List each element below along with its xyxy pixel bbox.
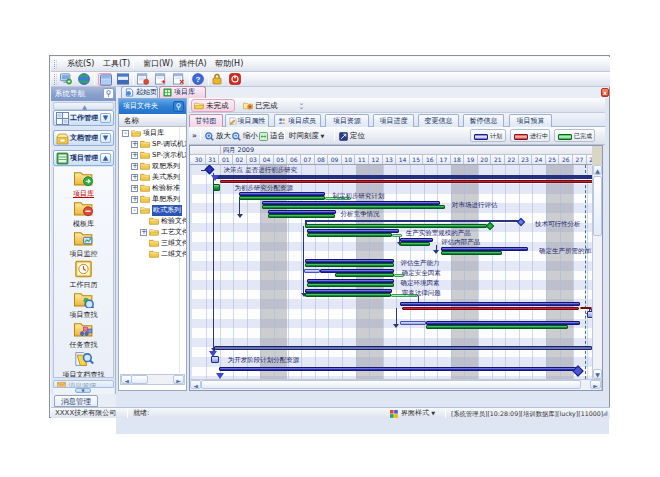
gantt-h-scrollbar[interactable]: ◄ ► bbox=[190, 379, 602, 390]
task-11-done-bar[interactable] bbox=[305, 263, 393, 267]
expand-icon[interactable]: + bbox=[131, 185, 138, 192]
menu-1[interactable]: 系统(S) bbox=[63, 57, 98, 71]
zoom-in-button[interactable]: 放大 bbox=[205, 130, 231, 142]
menu-5[interactable]: 帮助(H) bbox=[211, 57, 247, 71]
task-8-done-bar[interactable] bbox=[307, 233, 393, 237]
task-9-done-bar[interactable] bbox=[400, 242, 430, 246]
sidebar-pin-icon[interactable]: ⚲ bbox=[103, 88, 114, 99]
tree-item-11[interactable]: 三维文件 bbox=[119, 238, 186, 249]
task-15-plan-bar[interactable] bbox=[400, 302, 580, 306]
task-7-done-bar[interactable] bbox=[305, 224, 487, 228]
task-7-plan-line[interactable] bbox=[305, 220, 519, 222]
tree-item-6[interactable]: +检验标准 bbox=[119, 183, 186, 194]
chevron-down-icon[interactable]: ▼ bbox=[100, 113, 111, 123]
task-5-done-bar[interactable] bbox=[262, 205, 446, 209]
task-12-plan-light-bar[interactable] bbox=[304, 269, 320, 273]
task-2-summary-bar[interactable] bbox=[215, 175, 592, 179]
task-17-done-bar[interactable] bbox=[426, 325, 567, 329]
expand-icon[interactable]: + bbox=[131, 152, 138, 159]
form-close-button[interactable] bbox=[172, 73, 186, 86]
tree-column-header[interactable]: 名称 bbox=[119, 114, 186, 127]
tree-item-7[interactable]: +单肥系列 bbox=[119, 194, 186, 205]
chevron-down-icon[interactable]: ▼ bbox=[75, 388, 91, 393]
doc-tab-2[interactable]: 项目库 bbox=[159, 86, 206, 98]
close-icon[interactable]: x bbox=[601, 88, 609, 97]
overflow-chevron-icon[interactable]: ⌄⌄ bbox=[297, 101, 306, 110]
zoom-out-button[interactable]: 缩小 bbox=[232, 130, 258, 142]
tree-item-3[interactable]: +SP-演示机系 bbox=[119, 150, 186, 161]
menu-2[interactable]: 工具(T) bbox=[99, 57, 134, 71]
monitor-add-button[interactable] bbox=[59, 73, 73, 86]
help-button[interactable]: ? bbox=[191, 73, 205, 86]
task-3-done-box[interactable] bbox=[213, 184, 220, 191]
menu-4[interactable]: 插件(A) bbox=[175, 57, 211, 71]
gantt-v-scrollbar[interactable]: ▲ ▼ bbox=[592, 165, 602, 379]
power-button[interactable] bbox=[228, 73, 242, 86]
gantt-scroll-thumb[interactable] bbox=[201, 380, 581, 389]
gantt-tab-1[interactable]: 甘特图 bbox=[189, 114, 223, 127]
task-18-summary-line[interactable] bbox=[214, 346, 592, 350]
globe-button[interactable] bbox=[77, 73, 91, 86]
sidebar-item-5[interactable]: 项目查找 bbox=[54, 290, 113, 320]
message-panel-tab[interactable]: 消息管理 bbox=[54, 395, 98, 407]
sidebar-item-3[interactable]: 项目监控 bbox=[54, 229, 113, 259]
sidebar-item-6[interactable]: 任务查找 bbox=[54, 320, 113, 350]
tree-h-scrollbar[interactable]: ◄ ► bbox=[120, 374, 185, 385]
filter-2[interactable]: 已完成 bbox=[240, 99, 286, 112]
scroll-right-icon[interactable]: ► bbox=[173, 375, 184, 384]
zoom-fit-button[interactable]: 适合 bbox=[259, 130, 285, 142]
task-15-progress-bar[interactable] bbox=[402, 307, 579, 311]
sidebar-section-1[interactable]: 工作管理▼ bbox=[53, 110, 114, 126]
chevron-down-icon[interactable]: ▼ bbox=[100, 133, 111, 143]
menubar-grip[interactable] bbox=[54, 60, 57, 69]
folder-pin-icon[interactable]: ⚲ bbox=[173, 101, 184, 112]
ui-style-dropdown[interactable]: 界面样式 ▼ bbox=[401, 409, 435, 418]
form-export-button[interactable] bbox=[154, 73, 168, 86]
collapse-icon[interactable]: - bbox=[131, 207, 138, 214]
task-2-progress-bar[interactable] bbox=[220, 180, 593, 184]
menu-3[interactable]: 窗口(W) bbox=[139, 57, 177, 71]
gantt-tab-3[interactable]: 项目成员 bbox=[274, 114, 321, 127]
expand-icon[interactable]: + bbox=[131, 174, 138, 181]
scroll-left-icon[interactable]: ◄ bbox=[190, 380, 201, 389]
sidebar-section-3[interactable]: 项目管理▲ bbox=[53, 150, 114, 166]
gantt-tab-6[interactable]: 变更信息 bbox=[418, 114, 459, 127]
gantt-tab-4[interactable]: 项目资源 bbox=[325, 114, 369, 127]
collapse-icon[interactable]: - bbox=[122, 130, 129, 137]
task-8-done-light-bar[interactable] bbox=[392, 234, 402, 237]
expand-icon[interactable]: + bbox=[131, 141, 138, 148]
sidebar-item-4[interactable]: 工作日历 bbox=[54, 260, 113, 290]
gantt-tab-8[interactable]: 项目预算 bbox=[509, 114, 552, 127]
sidebar-section-2[interactable]: 文档管理▼ bbox=[53, 130, 114, 146]
tree-item-2[interactable]: +SP-调试机系 bbox=[119, 139, 186, 150]
expand-icon[interactable]: + bbox=[140, 229, 147, 236]
lock-button[interactable] bbox=[210, 73, 224, 86]
resize-grip-icon[interactable]: ◢ bbox=[602, 409, 608, 418]
gantt-tab-5[interactable]: 项目进度 bbox=[373, 114, 414, 127]
task-17-plan-light-bar[interactable] bbox=[400, 321, 426, 325]
scroll-up-icon[interactable]: ▲ bbox=[593, 165, 602, 175]
locate-button[interactable]: 定位 bbox=[339, 130, 365, 142]
sidebar-item-1[interactable]: 项目库 bbox=[54, 169, 113, 199]
task-19-plan-box[interactable] bbox=[211, 356, 218, 363]
gantt-tab-7[interactable]: 暂停信息 bbox=[463, 114, 504, 127]
chevron-up-icon[interactable]: ▲ bbox=[100, 153, 111, 163]
form-red-button[interactable] bbox=[136, 73, 150, 86]
gantt-tab-2[interactable]: 项目属性 bbox=[225, 114, 269, 127]
scroll-down-icon[interactable]: ▼ bbox=[593, 369, 602, 379]
scroll-right-icon[interactable]: ► bbox=[590, 380, 601, 389]
task-6-done-bar[interactable] bbox=[268, 214, 335, 218]
tree-item-12[interactable]: 二维文件 bbox=[119, 249, 186, 260]
sidebar-item-7[interactable]: 项目文档查找 bbox=[54, 350, 113, 378]
toolbar-overflow-chevron[interactable]: » bbox=[192, 130, 197, 142]
toolbar-grip[interactable] bbox=[54, 74, 57, 85]
sidebar-item-2[interactable]: 模板库 bbox=[54, 199, 113, 229]
task-14-done-bar[interactable] bbox=[305, 293, 391, 297]
tree-item-9[interactable]: 检验文件 bbox=[119, 216, 186, 227]
task-20-plan-bar[interactable] bbox=[219, 367, 577, 371]
tree-item-4[interactable]: +双肥系列 bbox=[119, 161, 186, 172]
task-13-done-bar[interactable] bbox=[307, 283, 394, 287]
task-4-done-bar[interactable] bbox=[239, 196, 325, 200]
expand-icon[interactable]: + bbox=[131, 196, 138, 203]
tree-item-10[interactable]: +工艺文件 bbox=[119, 227, 186, 238]
